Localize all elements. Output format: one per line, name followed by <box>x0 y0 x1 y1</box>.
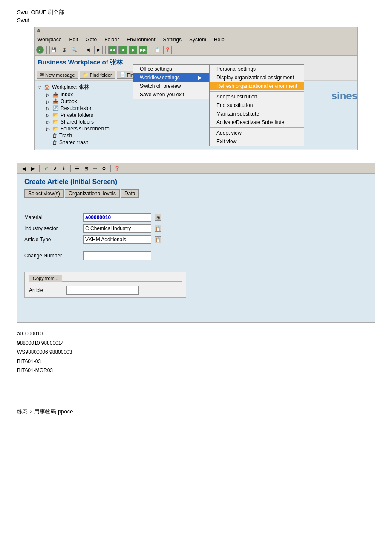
note-line3: WS98800006 98800003 <box>17 348 375 357</box>
t2-info-icon[interactable]: ℹ <box>60 165 68 172</box>
menu-switch-preview[interactable]: Switch off preview <box>133 82 209 90</box>
select-views-btn[interactable]: Select view(s) <box>24 189 64 198</box>
help2-icon[interactable]: ❓ <box>163 46 172 54</box>
t2-sep2 <box>70 165 71 172</box>
article-type-lookup-icon[interactable]: 📋 <box>155 236 161 243</box>
app-title1: Swu_OBUF 刷全部 <box>17 9 375 16</box>
note-line2: 98800010 98800014 <box>17 339 375 348</box>
change-number-input[interactable] <box>83 251 151 260</box>
second-section: ◀ ▶ ✓ ✗ ℹ ☰ ⊞ ✏ ⚙ ❓ Create Article ( <box>17 163 375 323</box>
menu-office-settings[interactable]: Office settings <box>133 65 209 73</box>
find-folder-btn[interactable]: 📁 Find folder <box>80 71 115 79</box>
print-icon[interactable]: 🖨 <box>60 46 68 54</box>
form-row-industry: Industry sector 📋 <box>24 224 368 233</box>
form-spacer1 <box>24 208 368 213</box>
label-resubmission: Resubmission <box>61 105 92 111</box>
tree-icon-root: 🏠 <box>44 84 50 90</box>
t2-help-icon[interactable]: ❓ <box>113 165 121 172</box>
submenu-adopt-view[interactable]: Adopt view <box>210 129 304 137</box>
t2-back-icon[interactable]: ◀ <box>20 165 28 172</box>
nav-btn4[interactable]: ▶▶ <box>139 46 147 54</box>
arrow-subscribed: ▷ <box>46 127 51 131</box>
note-line1: a00000010 <box>17 330 375 339</box>
label-trash: Trash <box>59 133 72 139</box>
exercise-section: 练习 2 用事物码 ppoce <box>0 382 392 424</box>
tree-node-shared[interactable]: ▷ 📂 Shared folders <box>46 119 354 125</box>
submenu-activate-sub[interactable]: Activate/Deactivate Substitute <box>210 118 304 127</box>
industry-sector-input[interactable] <box>83 224 151 233</box>
t2-grid-icon[interactable]: ⊞ <box>82 165 90 172</box>
forward-icon[interactable]: ▶ <box>94 46 103 54</box>
tree-node-private[interactable]: ▷ 📂 Private folders <box>46 112 354 119</box>
copy-section: Copy from... Article <box>24 272 186 298</box>
menu-environment[interactable]: Environment <box>125 36 156 43</box>
copy-article-input[interactable] <box>66 286 139 295</box>
sep2 <box>81 46 81 54</box>
menu-folder[interactable]: Folder <box>103 36 120 43</box>
industry-lookup-icon[interactable]: 📋 <box>155 225 161 232</box>
menu-goto[interactable]: Goto <box>84 36 98 43</box>
arrow-shared: ▷ <box>46 120 51 124</box>
submenu-end-sub[interactable]: End substitution <box>210 101 304 110</box>
data-btn[interactable]: Data <box>121 189 139 198</box>
material-input[interactable] <box>83 213 151 222</box>
tree-node-trash[interactable]: 🗑 Trash <box>46 132 354 139</box>
menu-save-exit[interactable]: Save when you exit <box>133 90 209 99</box>
t2-icon-group3: ☰ ⊞ ✏ ⚙ <box>73 165 108 172</box>
t2-menu-icon[interactable]: ☰ <box>73 165 81 172</box>
tree-node-sharedtrash[interactable]: 🗑 Shared trash <box>46 139 354 146</box>
submenu-arrow-icon: ▶ <box>198 75 202 81</box>
t2-settings-icon[interactable]: ⚙ <box>100 165 108 172</box>
menu-workflow-settings[interactable]: Workflow settings ▶ <box>133 73 209 82</box>
tree-node-resubmission[interactable]: ▷ 🔄 Resubmission <box>46 105 354 112</box>
find-icon[interactable]: 🔍 <box>70 46 78 54</box>
menu-edit[interactable]: Edit <box>68 36 79 43</box>
submenu-adopt-sub[interactable]: Adopt substitution <box>210 92 304 101</box>
menu-workplace[interactable]: Workplace <box>36 36 63 43</box>
t2-icon-group1: ◀ ▶ <box>20 165 37 172</box>
article-type-input[interactable] <box>83 235 151 244</box>
nav-btn3[interactable]: ▶ <box>129 46 137 54</box>
submenu-display-org[interactable]: Display organizational assignment <box>210 73 304 82</box>
arrow-inbox: ▷ <box>46 92 51 97</box>
material-lookup-icon[interactable]: ⊞ <box>155 214 161 221</box>
icon-inbox: 📥 <box>52 92 59 98</box>
menu-system[interactable]: System <box>188 36 208 43</box>
arrow-private: ▷ <box>46 113 51 118</box>
history-icon[interactable]: 📋 <box>153 46 161 54</box>
org-levels-btn[interactable]: Organizational levels <box>65 189 120 198</box>
industry-sector-label: Industry sector <box>24 225 80 231</box>
t2-close-icon[interactable]: ✗ <box>51 165 59 172</box>
window-titlebar-1: 🖥 <box>35 27 357 35</box>
nav-btn2[interactable]: ◀ <box>118 46 127 54</box>
submenu-refresh-org[interactable]: Refresh organizational environment <box>210 82 304 90</box>
menu-help[interactable]: Help <box>213 36 226 43</box>
window-icon: 🖥 <box>36 28 42 34</box>
icon-resubmission: 🔄 <box>52 105 59 111</box>
arrow-outbox: ▷ <box>46 99 51 104</box>
label-private: Private folders <box>61 112 93 118</box>
copy-from-tab[interactable]: Copy from... <box>29 275 62 282</box>
new-message-btn[interactable]: ✉ New message <box>37 71 78 79</box>
toolbar-1: ✓ 💾 🖨 🔍 ◀ ▶ ◀◀ ◀ ▶ ▶▶ 📋 ❓ <box>35 44 357 56</box>
exercise-text: 练习 2 用事物码 ppoce <box>17 408 375 416</box>
submenu-exit-view[interactable]: Exit view <box>210 137 304 146</box>
submenu-personal[interactable]: Personal settings <box>210 65 304 73</box>
note-line4: BIT601-03 <box>17 357 375 367</box>
tree-node-subscribed[interactable]: ▷ 📂 Folders subscribed to <box>46 125 354 132</box>
nav-btn1[interactable]: ◀◀ <box>108 46 117 54</box>
submenu-sep2 <box>210 127 304 128</box>
save-icon[interactable]: 💾 <box>49 46 58 54</box>
form-row-change-number: Change Number <box>24 251 368 260</box>
t2-check-icon[interactable]: ✓ <box>42 165 50 172</box>
t2-edit-icon[interactable]: ✏ <box>91 165 99 172</box>
workflow-submenu[interactable]: Personal settings Display organizational… <box>209 64 304 146</box>
t2-sep3 <box>110 165 111 172</box>
t2-fwd-icon[interactable]: ▶ <box>29 165 37 172</box>
menu-settings[interactable]: Settings <box>162 36 183 43</box>
check-icon[interactable]: ✓ <box>36 46 44 54</box>
submenu-maintain-sub[interactable]: Maintain substitute <box>210 110 304 118</box>
back-icon[interactable]: ◀ <box>84 46 92 54</box>
settings-menu[interactable]: Office settings Workflow settings ▶ Swit… <box>133 64 209 99</box>
sap-window-1: 🖥 Workplace Edit Goto Folder Environment… <box>34 27 358 150</box>
